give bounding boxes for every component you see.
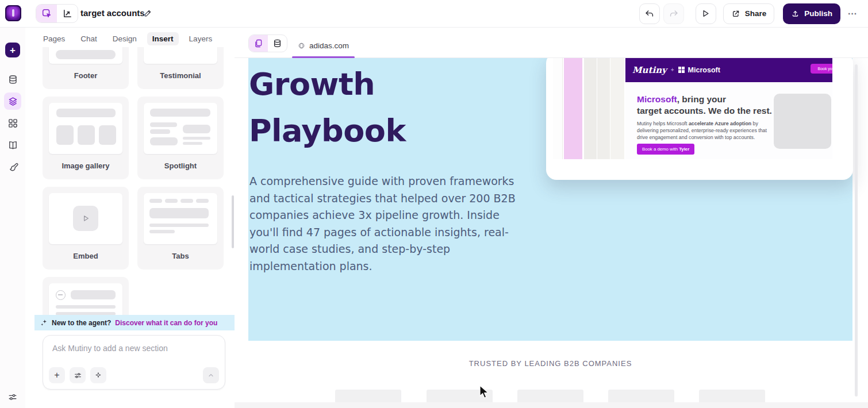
share-button[interactable]: Share bbox=[723, 3, 775, 24]
add-button[interactable]: + bbox=[5, 43, 20, 57]
microsoft-logo-icon bbox=[678, 67, 685, 73]
component-card-footer[interactable]: Footer bbox=[43, 47, 129, 89]
editor-mode-toggle bbox=[36, 4, 78, 23]
share-label: Share bbox=[745, 9, 767, 18]
tab-design[interactable]: Design bbox=[107, 32, 142, 45]
logo-placeholder[interactable] bbox=[608, 390, 674, 402]
preview-play-button[interactable] bbox=[696, 3, 716, 24]
database-icon bbox=[272, 39, 282, 48]
mutiny-logo bbox=[5, 5, 21, 21]
banner-link[interactable]: Discover what it can do for you bbox=[115, 319, 217, 327]
rail-item-data[interactable] bbox=[4, 71, 21, 88]
tab-chat[interactable]: Chat bbox=[75, 32, 102, 45]
analytics-mode-button[interactable] bbox=[57, 5, 78, 22]
hero-paragraph[interactable]: A comprehensive guide with proven framew… bbox=[249, 173, 522, 275]
sparkle-icon bbox=[40, 319, 48, 326]
screenshot-header: Mutiny + Microsoft Book your bbox=[625, 57, 832, 82]
analytics-icon bbox=[62, 8, 73, 19]
select-tool-button[interactable] bbox=[36, 5, 57, 22]
component-thumb bbox=[49, 193, 122, 244]
banner-text: New to the agent? bbox=[52, 319, 111, 327]
ai-spark-button[interactable] bbox=[90, 367, 106, 383]
headline-rest: , bring your bbox=[677, 94, 726, 104]
headline-highlight: Microsoft bbox=[637, 94, 677, 104]
cta-bold: Tyler bbox=[679, 147, 689, 152]
canvas-area: adidas.com Growth Playbook A comprehensi… bbox=[235, 27, 868, 408]
component-card-embed[interactable]: Embed bbox=[43, 187, 129, 270]
component-card-testimonial[interactable]: Testimonial bbox=[137, 47, 224, 89]
component-thumb bbox=[144, 47, 217, 64]
canvas-scrollbar[interactable] bbox=[855, 64, 858, 397]
mutiny-microsoft-screenshot: Mutiny + Microsoft Book your Microsoft, … bbox=[625, 57, 832, 159]
component-thumb bbox=[49, 47, 122, 64]
logo-placeholder[interactable] bbox=[517, 390, 583, 402]
component-label: Embed bbox=[49, 252, 122, 260]
data-view-button[interactable] bbox=[268, 35, 287, 52]
logo-placeholder[interactable] bbox=[427, 390, 493, 402]
app-window: target accounts bbox=[0, 0, 868, 408]
screenshot-body: Microsoft, bring your target accounts. W… bbox=[625, 82, 832, 159]
plus-separator: + bbox=[671, 67, 674, 73]
publish-button[interactable]: Publish bbox=[783, 3, 840, 24]
minus-circle-icon bbox=[56, 290, 66, 300]
logo-placeholder[interactable] bbox=[335, 390, 401, 402]
component-thumb bbox=[144, 103, 217, 154]
top-toolbar: target accounts bbox=[0, 0, 868, 28]
rename-button[interactable] bbox=[143, 9, 152, 18]
screenshot-image-placeholder bbox=[774, 94, 831, 149]
rail-item-library[interactable] bbox=[4, 136, 21, 153]
share-icon bbox=[731, 9, 740, 18]
page-tab-label: adidas.com bbox=[309, 41, 349, 50]
component-label: Footer bbox=[49, 71, 122, 80]
brush-icon bbox=[7, 161, 18, 172]
logo-placeholder[interactable] bbox=[699, 390, 765, 402]
canvas-view-toggle bbox=[248, 34, 287, 52]
toolbar-actions: Share Publish ⋯ bbox=[639, 3, 861, 24]
components-grid-icon bbox=[7, 118, 18, 129]
page-title: target accounts bbox=[80, 8, 145, 18]
book-icon bbox=[7, 140, 18, 151]
composer-submit-button[interactable] bbox=[203, 367, 219, 383]
rail-item-components[interactable] bbox=[4, 114, 21, 132]
rail-item-sections[interactable] bbox=[4, 93, 21, 110]
paragraph-pre: Mutiny helps Microsoft bbox=[637, 121, 689, 126]
screenshot-strip bbox=[597, 57, 610, 159]
component-card-image-gallery[interactable]: Image gallery bbox=[43, 97, 129, 179]
headline-line2: target accounts. We do the rest. bbox=[637, 106, 772, 116]
database-icon bbox=[7, 74, 18, 85]
trusted-by-label[interactable]: TRUSTED BY LEADING B2B COMPANIES bbox=[248, 359, 852, 368]
select-tool-icon bbox=[41, 8, 52, 19]
insert-panel: Pages Chat Design Insert Layers Footer bbox=[25, 27, 235, 408]
hero-image-card[interactable]: Mutiny + Microsoft Book your Microsoft, … bbox=[546, 57, 853, 180]
tab-insert[interactable]: Insert bbox=[147, 32, 179, 45]
composer-input[interactable] bbox=[51, 342, 220, 368]
screenshot-strip-pink bbox=[564, 57, 582, 159]
undo-button[interactable] bbox=[639, 3, 660, 24]
paragraph-bold: accelerate Azure adoption bbox=[689, 121, 751, 126]
active-tab-underline bbox=[292, 56, 355, 58]
panel-scrollbar[interactable] bbox=[232, 195, 234, 248]
pages-view-button[interactable] bbox=[249, 35, 268, 52]
screenshot-cta-button: Book a demo with Tyler bbox=[637, 144, 694, 155]
tab-layers[interactable]: Layers bbox=[184, 32, 218, 45]
component-label: Tabs bbox=[144, 252, 217, 260]
agent-composer: + bbox=[43, 335, 225, 390]
tab-pages[interactable]: Pages bbox=[38, 32, 70, 45]
rail-item-settings[interactable] bbox=[4, 388, 21, 406]
component-thumb bbox=[49, 103, 122, 154]
component-label: Testimonial bbox=[144, 71, 217, 80]
overflow-menu-button[interactable]: ⋯ bbox=[844, 8, 861, 19]
page-tab-adidas[interactable]: adidas.com bbox=[292, 34, 355, 57]
publish-label: Publish bbox=[804, 9, 832, 18]
component-card-tabs[interactable]: Tabs bbox=[137, 187, 224, 270]
redo-button[interactable] bbox=[663, 3, 684, 24]
rail-item-styles[interactable] bbox=[4, 158, 21, 175]
composer-settings-button[interactable] bbox=[70, 367, 86, 383]
publish-icon bbox=[791, 9, 800, 18]
mutiny-wordmark: Mutiny bbox=[632, 65, 667, 75]
canvas-tab-bar: adidas.com bbox=[235, 27, 868, 58]
component-card-spotlight[interactable]: Spotlight bbox=[137, 97, 224, 179]
attach-button[interactable]: + bbox=[49, 367, 65, 383]
component-thumb bbox=[144, 193, 217, 244]
cta-pre: Book a demo with bbox=[642, 147, 679, 152]
